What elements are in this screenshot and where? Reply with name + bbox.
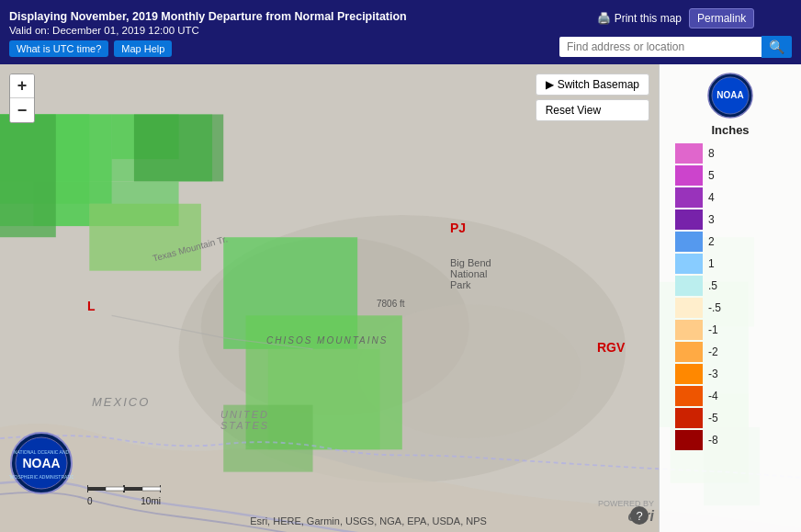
legend: NOAA Inches 854321.5-.5-1-2-3-4-5-8 [659,64,801,532]
svg-text:NOAA: NOAA [716,90,743,100]
zoom-in-button[interactable]: + [10,74,34,98]
legend-color-box [675,298,703,318]
legend-label-text: 5 [708,169,715,182]
legend-label-text: 8 [708,147,715,160]
legend-label-text: -4 [708,390,718,402]
svg-rect-9 [89,204,201,271]
legend-item: -3 [675,363,785,385]
scale-label: 10mi [141,496,161,506]
reset-view-button[interactable]: Reset View [536,99,649,121]
legend-color-box [675,342,703,362]
legend-item: 4 [675,187,785,209]
map-help-button[interactable]: Map Help [114,40,172,57]
legend-item: 2 [675,231,785,253]
legend-label-text: -5 [708,412,718,424]
header-title: Displaying November, 2019 Monthly Depart… [9,10,559,23]
legend-item: -2 [675,341,785,363]
legend-label-text: -2 [708,345,718,358]
zoom-controls: + − [9,74,35,123]
legend-label-text: -8 [708,434,718,447]
permalink-button[interactable]: Permalink [689,8,754,28]
legend-color-box [675,430,703,450]
legend-label-text: 3 [708,213,715,226]
svg-rect-33 [124,487,142,491]
help-button[interactable]: ? [630,506,649,525]
header-valid: Valid on: December 01, 2019 12:00 UTC [9,25,559,36]
switch-basemap-button[interactable]: ▶ Switch Basemap [536,74,649,96]
header-top-right: 🖨️ Print this map Permalink [597,8,755,28]
legend-color-box [675,209,703,230]
zoom-out-button[interactable]: − [10,98,34,122]
legend-color-box [675,254,703,274]
legend-title: Inches [711,123,749,137]
search-bar: 🔍 [559,36,792,58]
noaa-logo: NOAA NATIONAL OCEANIC AND ATMOSPHERIC AD… [9,431,73,495]
legend-color-box [675,386,703,406]
legend-label-text: -1 [708,323,718,336]
legend-color-box [675,165,703,186]
legend-label-text: -3 [708,368,718,380]
svg-rect-10 [134,114,223,181]
svg-rect-31 [87,487,106,491]
print-button[interactable]: 🖨️ Print this map [597,12,682,25]
header-left: Displaying November, 2019 Monthly Depart… [9,10,559,57]
svg-text:NATIONAL OCEANIC AND: NATIONAL OCEANIC AND [14,449,70,455]
svg-rect-34 [142,487,161,491]
svg-rect-15 [223,405,312,472]
utc-button[interactable]: What is UTC time? [9,40,108,57]
legend-item: 8 [675,142,785,164]
svg-rect-11 [0,114,56,237]
legend-item: 5 [675,164,785,187]
svg-rect-32 [106,487,124,491]
legend-item: -5 [675,407,785,429]
legend-item: 3 [675,209,785,231]
legend-item: -4 [675,385,785,407]
legend-item: -8 [675,429,785,451]
legend-color-box [675,232,703,252]
legend-color-box [675,187,703,208]
legend-scale: 854321.5-.5-1-2-3-4-5-8 [675,142,785,451]
legend-label-text: 1 [708,257,715,270]
legend-item: -1 [675,319,785,341]
header-right: 🖨️ Print this map Permalink 🔍 [559,8,792,58]
header-buttons: What is UTC time? Map Help [9,40,559,57]
legend-color-box [675,320,703,340]
legend-item: -.5 [675,297,785,319]
header: Displaying November, 2019 Monthly Depart… [0,0,801,64]
legend-color-box [675,408,703,428]
legend-item: 1 [675,253,785,275]
map-container[interactable]: PJ L RGV Big BendNationalPark CHISOS MOU… [0,64,801,532]
attribution: Esri, HERE, Garmin, USGS, NGA, EPA, USDA… [83,515,654,526]
legend-label-text: 2 [708,235,715,248]
scale-zero: 0 [87,496,93,506]
legend-label-text: 4 [708,191,715,204]
legend-color-box [675,276,703,296]
svg-text:ATMOSPHERIC ADMINISTRATION: ATMOSPHERIC ADMINISTRATION [9,474,73,480]
printer-icon: 🖨️ [597,12,611,25]
legend-label-text: .5 [708,279,717,292]
map-controls: ▶ Switch Basemap Reset View [536,74,649,121]
svg-text:NOAA: NOAA [22,456,60,470]
scale-line [87,481,161,496]
legend-item: .5 [675,275,785,297]
triangle-icon: ▶ [546,78,554,91]
legend-color-box [675,364,703,384]
scale-bar: 0 10mi [87,481,161,506]
search-button[interactable]: 🔍 [762,36,792,58]
legend-color-box [675,143,703,164]
search-input[interactable] [559,37,762,57]
legend-label-text: -.5 [708,301,721,314]
